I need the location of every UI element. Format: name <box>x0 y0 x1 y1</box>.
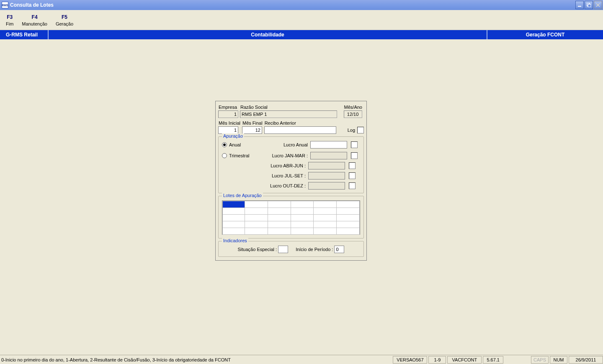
label-lucro-jm: Lucro JAN-MAR : <box>269 153 308 158</box>
field-situacao-especial[interactable] <box>278 246 288 253</box>
field-mesano <box>344 110 362 118</box>
status-versao: VERSAO567 <box>393 356 427 364</box>
label-empresa: Empresa <box>218 105 238 110</box>
checkbox-lucro-od[interactable] <box>349 182 356 189</box>
menu-geracao[interactable]: F5 Geração <box>56 14 73 26</box>
field-razao <box>240 110 337 118</box>
field-lucro-jm <box>310 152 347 159</box>
legend-lotes: Lotes de Apuração <box>222 193 263 198</box>
checkbox-lucro-jm[interactable] <box>351 152 358 159</box>
field-lucro-anual[interactable] <box>310 141 347 149</box>
group-lotes: Lotes de Apuração <box>218 196 364 238</box>
label-lucro-anual: Lucro Anual <box>269 142 308 147</box>
label-log: Log <box>347 128 355 133</box>
field-lucro-aj <box>308 162 345 169</box>
menu-manutencao[interactable]: F4 Manutenção <box>22 14 47 26</box>
group-indicadores: Indicadores Situação Especial : Início d… <box>218 241 364 257</box>
status-range: 1-9 <box>428 356 446 364</box>
field-recibo[interactable] <box>264 126 336 134</box>
checkbox-log[interactable] <box>357 127 364 133</box>
close-button[interactable] <box>594 1 602 9</box>
radio-anual[interactable] <box>222 142 227 147</box>
menu-label: Geração <box>56 21 73 26</box>
label-mesano: Mês/Ano <box>344 105 362 110</box>
table-row[interactable] <box>223 228 360 235</box>
field-mes-final[interactable] <box>242 126 262 134</box>
menu-bar: F3 Fim F4 Manutenção F5 Geração <box>0 10 603 30</box>
label-situacao-especial: Situação Especial : <box>238 247 277 252</box>
legend-apuracao: Apuração <box>222 133 244 138</box>
label-razao: Razão Social <box>240 105 342 110</box>
field-inicio-periodo[interactable] <box>334 246 344 253</box>
form-panel: Empresa Razão Social Mês/Ano Mês Inicial… <box>215 101 367 261</box>
menu-label: Fim <box>6 21 13 26</box>
label-anual: Anual <box>229 142 269 147</box>
field-empresa <box>218 110 238 118</box>
label-mesfim: Mês Final <box>242 120 263 126</box>
status-num: NUM <box>550 356 567 364</box>
checkbox-lucro-aj[interactable] <box>349 162 356 169</box>
svg-rect-0 <box>578 6 581 7</box>
titlebar: RMS Consulta de Lotes <box>0 0 603 10</box>
status-spacer <box>505 356 530 364</box>
grid-lotes[interactable] <box>222 200 360 235</box>
status-bar: 0-Inicio no primeiro dia do ano, 1-Abert… <box>0 355 603 364</box>
info-right: Geração FCONT <box>487 30 603 39</box>
window-buttons <box>575 1 602 9</box>
menu-key: F4 <box>22 14 47 20</box>
label-trimestral: Trimestral <box>229 153 269 158</box>
label-lucro-aj: Lucro ABR-JUN : <box>267 163 306 168</box>
field-lucro-od <box>308 182 345 190</box>
menu-key: F5 <box>56 14 73 20</box>
label-lucro-od: Lucro OUT-DEZ : <box>267 183 306 188</box>
table-row[interactable] <box>223 215 360 221</box>
field-lucro-js <box>308 172 345 179</box>
status-ver: 5.67.1 <box>483 356 503 364</box>
label-mesini: Mês Inicial <box>218 120 240 126</box>
checkbox-lucro-anual[interactable] <box>351 141 358 148</box>
status-date: 26/9/2011 <box>569 356 603 364</box>
menu-key: F3 <box>6 14 13 20</box>
field-mes-inicial[interactable] <box>218 126 238 134</box>
status-prog: VACFCONT <box>447 356 482 364</box>
info-mid: Contabilidade <box>49 30 487 39</box>
window-title: Consulta de Lotes <box>10 2 54 8</box>
table-row[interactable] <box>223 208 360 215</box>
label-lucro-js: Lucro JUL-SET : <box>267 173 306 178</box>
info-bar: G-RMS Retail Contabilidade Geração FCONT <box>0 30 603 39</box>
maximize-button[interactable] <box>585 1 593 9</box>
group-apuracao: Apuração Anual Lucro Anual Trimestral Lu… <box>218 136 364 193</box>
table-row[interactable] <box>223 221 360 228</box>
app-icon: RMS <box>2 2 8 8</box>
info-left: G-RMS Retail <box>0 30 49 39</box>
svg-rect-2 <box>588 4 591 7</box>
status-caps: CAPS <box>531 356 549 364</box>
menu-fim[interactable]: F3 Fim <box>6 14 13 26</box>
menu-label: Manutenção <box>22 21 47 26</box>
table-row[interactable] <box>223 201 360 208</box>
radio-trimestral[interactable] <box>222 153 227 158</box>
label-inicio-periodo: Início de Período : <box>296 247 333 252</box>
label-recibo: Recibo Anterior <box>264 120 345 126</box>
checkbox-lucro-js[interactable] <box>349 172 356 179</box>
minimize-button[interactable] <box>575 1 584 9</box>
legend-indicadores: Indicadores <box>222 238 248 243</box>
status-message: 0-Inicio no primeiro dia do ano, 1-Abert… <box>0 357 392 362</box>
